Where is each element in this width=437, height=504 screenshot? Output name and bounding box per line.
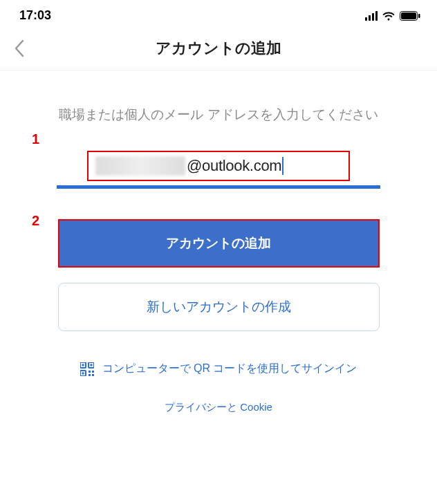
annotation-marker-1: 1 (32, 131, 39, 147)
qr-signin-label: コンピューターで QR コードを使用してサインイン (102, 362, 357, 376)
svg-rect-12 (92, 374, 94, 376)
email-suffix: @outlook.com (187, 157, 281, 175)
add-account-button[interactable]: アカウントの追加 (58, 219, 380, 268)
create-account-button[interactable]: 新しいアカウントの作成 (58, 283, 380, 331)
email-field-wrap: 1 @outlook.com 2 アカウントの追加 新しいアカウントの作成 コン… (41, 151, 396, 414)
battery-icon (400, 11, 420, 21)
privacy-link[interactable]: プライバシーと Cookie (41, 401, 396, 414)
create-account-label: 新しいアカウントの作成 (147, 298, 291, 316)
back-button[interactable] (14, 39, 25, 57)
svg-rect-1 (401, 12, 416, 19)
nav-bar: アカウントの追加 (0, 28, 437, 71)
svg-rect-8 (82, 372, 84, 374)
content: 職場または個人のメール アドレスを入力してください 1 @outlook.com… (0, 71, 437, 414)
status-time: 17:03 (19, 8, 51, 23)
add-account-label: アカウントの追加 (166, 234, 271, 252)
wifi-icon (382, 10, 396, 21)
svg-rect-4 (82, 364, 84, 366)
annotation-marker-2: 2 (32, 213, 39, 229)
page-title: アカウントの追加 (14, 38, 423, 59)
email-redacted (95, 156, 185, 176)
status-bar: 17:03 (0, 0, 437, 28)
svg-rect-2 (418, 14, 420, 18)
instruction-text: 職場または個人のメール アドレスを入力してください (41, 104, 396, 126)
input-underline (57, 185, 380, 189)
svg-rect-9 (89, 371, 91, 373)
email-input[interactable]: @outlook.com (87, 151, 350, 181)
qr-icon (80, 362, 94, 376)
text-cursor (282, 157, 283, 175)
svg-rect-6 (90, 364, 92, 366)
svg-rect-10 (92, 371, 94, 373)
status-right (365, 10, 420, 21)
qr-signin-link[interactable]: コンピューターで QR コードを使用してサインイン (41, 362, 396, 376)
cellular-icon (365, 11, 378, 21)
privacy-label: プライバシーと Cookie (165, 401, 272, 413)
svg-rect-11 (89, 374, 91, 376)
